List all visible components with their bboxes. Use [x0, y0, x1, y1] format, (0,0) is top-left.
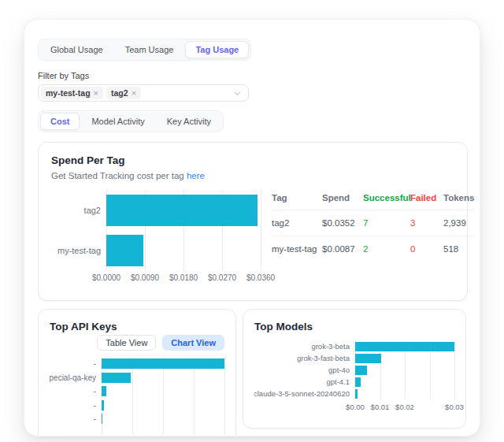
get-started-link[interactable]: here — [187, 171, 205, 180]
top-api-keys-card: Top API Keys Table View Chart View -peci… — [38, 309, 236, 436]
top-models-chart: grok-3-betagrok-3-fast-betagpt-4ogpt-4.1… — [254, 340, 454, 412]
top_api_keys-bar — [102, 358, 224, 369]
spend_per_tag-tick-label: $0.0090 — [131, 273, 159, 282]
spend_per_tag-plot — [106, 190, 261, 270]
gridline — [454, 340, 455, 399]
top_api_keys-bar-row — [102, 357, 224, 371]
spend-per-tag-title: Spend Per Tag — [51, 154, 454, 166]
top_api_keys-bar-row — [102, 399, 224, 413]
table-view-button[interactable]: Table View — [97, 335, 156, 351]
top_models-tick-label: $0.00 — [346, 403, 365, 411]
tab-model-activity[interactable]: Model Activity — [81, 113, 154, 130]
col-header-spend: Spend — [322, 193, 363, 202]
top_models-plot — [355, 340, 454, 399]
tab-team-usage[interactable]: Team Usage — [115, 41, 184, 58]
top_models-bar-row — [355, 376, 454, 388]
col-header-failed: Failed — [410, 193, 443, 202]
top-models-title: Top Models — [254, 321, 454, 332]
spend-per-tag-subtitle: Get Started Tracking cost per tag here — [51, 171, 454, 180]
gridline — [224, 357, 225, 434]
tag-chip[interactable]: tag2 × — [106, 87, 141, 99]
top_api_keys-category-axis: -pecial-qa-key--- — [50, 357, 102, 434]
top_models-category-label: gpt-4o — [254, 364, 355, 376]
top_models-bar-row — [355, 388, 454, 399]
spend-table: Tag Spend Successful Failed Tokens tag2 … — [272, 190, 474, 283]
top_api_keys-category-label: - — [50, 384, 102, 399]
cell-failed: 3 — [410, 218, 443, 228]
top_api_keys-bar — [102, 373, 131, 383]
cell-successful: 2 — [363, 244, 410, 254]
top_api_keys-bar-row — [102, 384, 224, 399]
top_api_keys-category-label: - — [50, 412, 102, 426]
top_api_keys-bar — [102, 414, 102, 424]
top_models-category-label: grok-3-beta — [254, 340, 355, 352]
top_api_keys-plot-area: -pecial-qa-key--- — [50, 357, 224, 434]
spend-per-tag-card: Spend Per Tag Get Started Tracking cost … — [38, 142, 468, 301]
top_models-category-label: grok-3-fast-beta — [254, 352, 355, 364]
top_api_keys-bar — [102, 400, 104, 410]
spend_per_tag-bar-row — [106, 230, 261, 270]
top_models-tick-label: $0.03 — [445, 403, 464, 411]
col-header-tokens: Tokens — [443, 193, 474, 202]
top_models-bar — [355, 354, 381, 363]
top-models-card: Top Models grok-3-betagrok-3-fast-betagp… — [243, 309, 466, 429]
top_models-tick-label: $0.02 — [395, 403, 414, 411]
top_api_keys-bar — [102, 386, 106, 396]
top_models-bar — [355, 377, 361, 387]
top_models-value-axis: $0.00$0.01$0.02$0.03 — [355, 399, 454, 412]
remove-tag-icon[interactable]: × — [94, 89, 98, 98]
chart-view-button[interactable]: Chart View — [162, 335, 224, 351]
top_api_keys-bar-row — [102, 412, 224, 426]
filter-by-tags-label: Filter by Tags — [38, 71, 466, 80]
spend_per_tag-value-axis: $0.0000$0.0090$0.0180$0.0270$0.0360 — [106, 270, 261, 283]
usage-dashboard-panel: Global Usage Team Usage Tag Usage Filter… — [24, 19, 480, 436]
tag-chip-label: my-test-tag — [46, 88, 91, 98]
col-header-successful: Successful — [363, 193, 410, 202]
cell-failed: 0 — [410, 244, 443, 254]
tag-chip-label: tag2 — [111, 88, 128, 98]
table-row: my-test-tag $0.0087 2 0 518 — [272, 236, 474, 262]
tab-tag-usage[interactable]: Tag Usage — [185, 41, 249, 58]
spend_per_tag-category-label: my-test-tag — [51, 230, 106, 270]
tab-cost[interactable]: Cost — [40, 113, 80, 130]
top_models-tick-label: $0.01 — [371, 403, 390, 411]
spend_per_tag-tick-label: $0.0360 — [246, 273, 275, 282]
top_models-category-axis: grok-3-betagrok-3-fast-betagpt-4ogpt-4.1… — [254, 340, 355, 399]
top_api_keys-category-label: - — [50, 399, 102, 413]
spend_per_tag-bar — [106, 195, 258, 226]
cell-spend: $0.0087 — [322, 244, 363, 254]
top_models-bar-row — [355, 340, 454, 352]
top-api-keys-chart: -pecial-qa-key--- — [50, 357, 224, 434]
top_models-category-label: claude-3-5-sonnet-20240620 — [254, 388, 355, 399]
col-header-tag: Tag — [272, 193, 322, 202]
tab-global-usage[interactable]: Global Usage — [40, 41, 113, 58]
top_models-bar — [355, 366, 367, 375]
top_api_keys-category-label: - — [50, 357, 102, 371]
view-tabs: Cost Model Activity Key Activity — [38, 110, 224, 132]
spend-per-tag-chart: tag2my-test-tag$0.0000$0.0090$0.0180$0.0… — [51, 190, 261, 283]
spend_per_tag-bar-row — [106, 190, 261, 230]
top_api_keys-bar-row — [102, 371, 224, 385]
spend_per_tag-category-axis: tag2my-test-tag — [51, 190, 106, 270]
cell-tag: my-test-tag — [272, 244, 322, 254]
spend_per_tag-plot-area: tag2my-test-tag — [51, 190, 261, 270]
spend_per_tag-bar — [106, 235, 143, 266]
tab-key-activity[interactable]: Key Activity — [157, 113, 221, 130]
top_api_keys-category-label: pecial-qa-key — [50, 371, 102, 385]
top_models-bar-row — [355, 352, 454, 364]
cell-successful: 7 — [363, 218, 410, 228]
cell-tokens: 518 — [443, 244, 474, 254]
spend_per_tag-tick-label: $0.0270 — [208, 273, 236, 282]
top_models-plot-area: grok-3-betagrok-3-fast-betagpt-4ogpt-4.1… — [254, 340, 454, 399]
cell-tokens: 2,939 — [443, 218, 474, 228]
spend_per_tag-tick-label: $0.0180 — [169, 273, 198, 282]
tag-filter-select[interactable]: my-test-tag × tag2 × — [38, 84, 249, 102]
top-api-keys-title: Top API Keys — [50, 321, 224, 332]
tag-chip[interactable]: my-test-tag × — [41, 87, 103, 99]
remove-tag-icon[interactable]: × — [132, 89, 136, 98]
spend_per_tag-tick-label: $0.0000 — [92, 273, 120, 282]
chevron-down-icon[interactable] — [233, 89, 242, 98]
top_api_keys-plot — [102, 357, 224, 434]
subtitle-text: Get Started Tracking cost per tag — [51, 171, 184, 180]
cell-spend: $0.0352 — [322, 218, 363, 228]
